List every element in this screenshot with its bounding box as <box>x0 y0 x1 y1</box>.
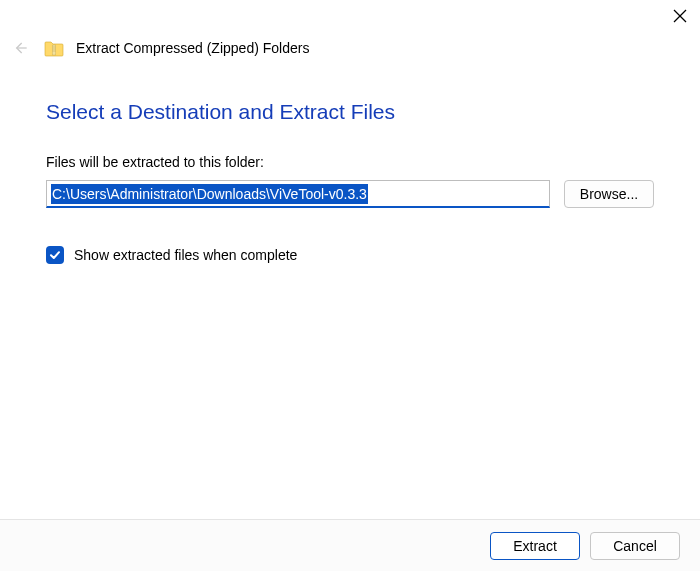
destination-input[interactable]: C:\Users\Administrator\Downloads\ViVeToo… <box>46 180 550 208</box>
close-button[interactable] <box>668 4 692 28</box>
arrow-left-icon <box>10 38 30 58</box>
main-heading: Select a Destination and Extract Files <box>46 100 654 124</box>
back-button <box>8 36 32 60</box>
cancel-button[interactable]: Cancel <box>590 532 680 560</box>
show-files-option: Show extracted files when complete <box>46 246 654 264</box>
show-files-checkbox[interactable] <box>46 246 64 264</box>
close-icon <box>673 9 687 23</box>
destination-path-value: C:\Users\Administrator\Downloads\ViVeToo… <box>51 184 368 204</box>
dialog-content: Select a Destination and Extract Files F… <box>0 60 700 264</box>
dialog-header: Extract Compressed (Zipped) Folders <box>0 0 700 60</box>
extract-button[interactable]: Extract <box>490 532 580 560</box>
checkmark-icon <box>49 249 61 261</box>
destination-label: Files will be extracted to this folder: <box>46 154 654 170</box>
dialog-footer: Extract Cancel <box>0 519 700 571</box>
dialog-title: Extract Compressed (Zipped) Folders <box>76 40 309 56</box>
browse-button[interactable]: Browse... <box>564 180 654 208</box>
zip-folder-icon <box>44 39 64 57</box>
destination-row: C:\Users\Administrator\Downloads\ViVeToo… <box>46 180 654 208</box>
show-files-label: Show extracted files when complete <box>74 247 297 263</box>
svg-rect-3 <box>52 45 56 55</box>
